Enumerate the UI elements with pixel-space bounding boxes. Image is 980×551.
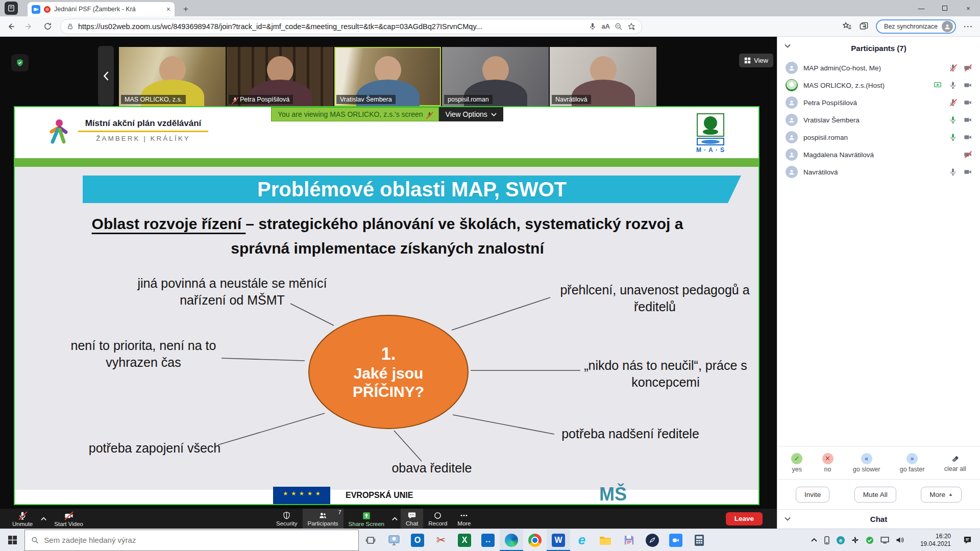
address-bar[interactable]: https://us02web.zoom.us/wc/84936989478/j… xyxy=(60,19,642,34)
feedback-go-slower-button[interactable]: « go slower xyxy=(853,453,880,473)
mic-active-icon xyxy=(949,133,957,141)
app-calculator[interactable] xyxy=(688,529,711,551)
taskbar-clock[interactable]: 16:20 19.04.2021 xyxy=(911,533,951,548)
muted-mic-icon xyxy=(427,111,432,118)
meeting-info-shield-icon[interactable] xyxy=(11,54,29,71)
share-options-caret[interactable] xyxy=(389,509,401,529)
feedback-clear-all-button[interactable]: clear all xyxy=(944,454,966,472)
more-icon xyxy=(459,511,469,520)
add-favorite-icon[interactable] xyxy=(627,22,635,31)
tray-health-check-icon[interactable] xyxy=(866,536,874,544)
video-thumbnail[interactable]: Petra Pospíšilová xyxy=(227,47,333,106)
window-minimize-button[interactable]: — xyxy=(910,0,933,16)
voice-search-icon[interactable] xyxy=(589,22,597,31)
video-on-icon xyxy=(964,81,972,89)
tray-phone-icon[interactable] xyxy=(824,536,830,544)
view-layout-button[interactable]: View xyxy=(739,54,773,67)
notification-center-icon[interactable] xyxy=(958,529,977,551)
video-off-icon xyxy=(64,511,74,520)
app-zoom[interactable] xyxy=(664,529,688,551)
shared-screen: Místní akční plán vzdělávání ŽAMBERK | K… xyxy=(14,106,760,505)
translate-icon[interactable]: aA xyxy=(601,22,610,30)
app-remote-desktop[interactable] xyxy=(382,529,406,551)
tray-expand-icon[interactable] xyxy=(811,538,817,542)
app-money[interactable] xyxy=(617,529,641,551)
start-video-button[interactable]: Start Video xyxy=(49,509,88,529)
feedback-go-faster-button[interactable]: » go faster xyxy=(900,453,925,473)
participant-row[interactable]: MAS ORLICKO, z.s.(Host) xyxy=(777,77,980,94)
participant-row[interactable]: Navrátilová xyxy=(777,163,980,181)
browser-menu-icon[interactable]: ⋯ xyxy=(963,20,973,32)
scissors-icon: ✂ xyxy=(436,534,446,547)
collapse-videos-button[interactable] xyxy=(98,46,114,106)
collapse-chat-icon[interactable] xyxy=(785,517,791,521)
zoom-out-page-icon[interactable] xyxy=(615,22,623,31)
tray-volume-icon[interactable] xyxy=(896,536,904,544)
browser-workspace-icon[interactable] xyxy=(5,2,18,15)
app-teamviewer[interactable]: ↔ xyxy=(476,529,500,551)
reload-icon[interactable] xyxy=(40,19,55,34)
collections-icon[interactable] xyxy=(859,21,869,31)
app-quill[interactable] xyxy=(641,529,664,551)
share-screen-button[interactable]: Share Screen xyxy=(344,509,389,529)
unmute-button[interactable]: Unmute xyxy=(7,509,38,529)
window-close-button[interactable]: × xyxy=(957,0,980,16)
app-internet-explorer[interactable]: e xyxy=(570,529,594,551)
chat-button[interactable]: Chat xyxy=(401,509,423,529)
participant-name: Magdalena Navrátilová xyxy=(803,151,874,159)
profile-button[interactable]: Bez synchronizace xyxy=(876,19,956,34)
forward-icon[interactable] xyxy=(21,19,37,34)
feedback-no-button[interactable]: ✕ no xyxy=(822,453,834,473)
video-thumbnail-active-speaker[interactable]: Vratislav Šembera xyxy=(334,47,441,106)
window-maximize-button[interactable] xyxy=(933,0,957,16)
view-options-dropdown[interactable]: View Options xyxy=(439,107,503,121)
app-word[interactable]: W xyxy=(547,529,570,551)
start-button[interactable] xyxy=(0,529,24,551)
participant-row[interactable]: Petra Pospíšilová xyxy=(777,94,980,111)
participants-button[interactable]: 7 Participants xyxy=(303,509,344,529)
back-icon[interactable] xyxy=(3,19,18,34)
task-view-button[interactable] xyxy=(359,529,382,551)
lock-icon[interactable] xyxy=(67,23,74,30)
participant-row[interactable]: Vratislav Šembera xyxy=(777,111,980,129)
cause-label: potřeba zapojení všech xyxy=(73,440,236,457)
taskbar-search[interactable] xyxy=(24,530,359,551)
participant-row[interactable]: MAP admin(Co-host, Me) xyxy=(777,59,980,77)
task-view-icon xyxy=(365,536,376,545)
app-outlook[interactable]: O xyxy=(406,529,429,551)
app-chrome[interactable] xyxy=(523,529,547,551)
video-thumbnail[interactable]: pospisil.roman xyxy=(442,47,549,106)
tray-pinwheel-icon[interactable] xyxy=(851,536,859,544)
cause-bubble: 1. Jaké jsou PŘÍČINY? xyxy=(308,315,469,429)
record-button[interactable]: Record xyxy=(423,509,452,529)
tray-display-icon[interactable] xyxy=(880,536,889,544)
browser-tab[interactable]: Jednání PSF (Žamberk - Krá × xyxy=(28,2,175,16)
more-panel-button[interactable]: More ▲ xyxy=(921,487,962,503)
leave-button[interactable]: Leave xyxy=(726,512,763,525)
video-thumbnail[interactable]: MAS ORLICKO, z.s. xyxy=(119,47,226,106)
search-input[interactable] xyxy=(44,536,352,544)
tab-close-icon[interactable]: × xyxy=(166,6,170,13)
participant-row[interactable]: Magdalena Navrátilová xyxy=(777,146,980,163)
app-edge[interactable] xyxy=(500,529,523,551)
url-text[interactable]: https://us02web.zoom.us/wc/84936989478/j… xyxy=(78,22,584,31)
feedback-yes-button[interactable]: ✓ yes xyxy=(791,453,802,473)
audio-options-caret[interactable] xyxy=(38,509,49,529)
security-button[interactable]: Security xyxy=(271,509,303,529)
app-snipping-tool[interactable]: ✂ xyxy=(429,529,453,551)
chrome-icon xyxy=(528,534,542,547)
app-file-explorer[interactable] xyxy=(594,529,617,551)
avatar-icon xyxy=(786,148,798,161)
new-tab-button[interactable]: + xyxy=(180,3,192,15)
participant-row[interactable]: pospisil.roman xyxy=(777,129,980,146)
mute-all-button[interactable]: Mute All xyxy=(854,487,896,503)
invite-button[interactable]: Invite xyxy=(796,487,829,503)
cause-label: jiná povinná a neustále se měnící naříze… xyxy=(135,275,329,308)
more-button[interactable]: More xyxy=(452,509,476,529)
app-excel[interactable]: X xyxy=(453,529,476,551)
video-thumbnail[interactable]: Navrátilová xyxy=(550,47,656,106)
tray-eset-icon[interactable]: e xyxy=(837,536,845,544)
favorites-icon[interactable] xyxy=(842,21,852,31)
collapse-panel-icon[interactable] xyxy=(785,44,791,48)
folder-icon xyxy=(599,535,611,545)
